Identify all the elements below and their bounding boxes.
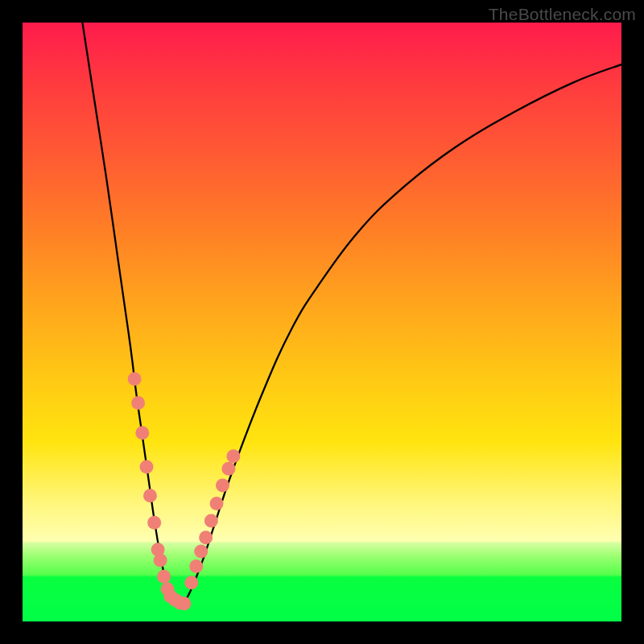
bottleneck-curve	[82, 23, 621, 604]
data-dot	[140, 460, 154, 474]
data-dots-group	[128, 372, 241, 610]
plot-area	[23, 23, 621, 621]
chart-svg	[23, 23, 621, 621]
data-dot	[204, 514, 218, 528]
data-dot	[221, 462, 235, 476]
watermark-text: TheBottleneck.com	[489, 5, 636, 24]
data-dot	[128, 372, 142, 386]
data-dot	[216, 479, 229, 493]
data-dot	[184, 576, 198, 589]
data-dot	[189, 559, 203, 573]
data-dot	[147, 516, 161, 530]
data-dot	[199, 530, 213, 544]
data-dot	[143, 489, 157, 502]
data-dot	[135, 426, 149, 440]
data-dot	[131, 396, 145, 410]
data-dot	[177, 597, 191, 610]
data-dot	[154, 554, 167, 568]
data-dot	[210, 497, 224, 510]
chart-frame: TheBottleneck.com	[0, 0, 644, 644]
data-dot	[157, 570, 171, 584]
data-dot	[194, 544, 208, 558]
data-dot	[226, 449, 240, 463]
